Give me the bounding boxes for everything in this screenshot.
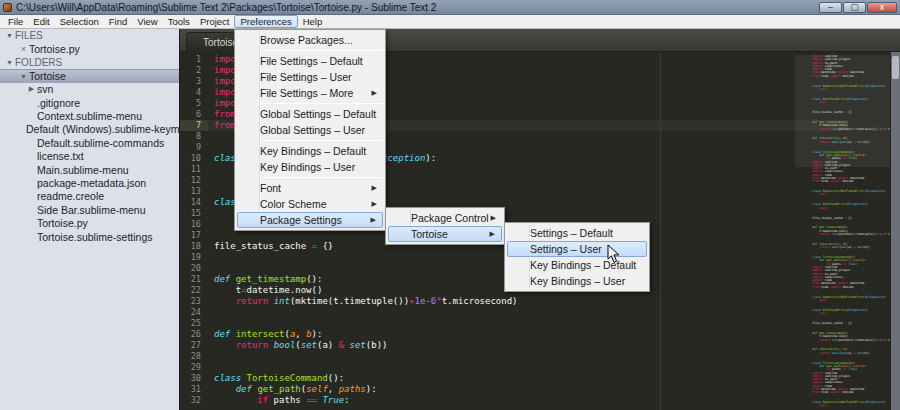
expand-arrow-icon[interactable]: ▶ bbox=[26, 85, 37, 93]
sidebar-file-tree[interactable]: ▼FILES×Tortoise.py▼FOLDERS▼Tortoise▶svn.… bbox=[0, 29, 180, 410]
menu-item-label: Key Bindings – User bbox=[530, 275, 625, 287]
collapse-arrow-icon[interactable]: ▼ bbox=[18, 73, 29, 80]
menu-item-label: Package Control bbox=[411, 212, 489, 224]
menu-item-help[interactable]: Help bbox=[298, 15, 328, 28]
code-line-24 bbox=[214, 307, 808, 318]
line-number: 4 bbox=[180, 87, 208, 98]
wrap-guide-ruler bbox=[660, 52, 661, 410]
line-number: 18 bbox=[180, 241, 208, 252]
tree-item-tortoise-sublime-settings[interactable]: Tortoise.sublime-settings bbox=[0, 230, 179, 243]
menu-item-file[interactable]: File bbox=[3, 15, 28, 28]
menu-item-color-scheme[interactable]: Color Scheme▶ bbox=[237, 196, 383, 212]
submenu-arrow-icon: ▶ bbox=[490, 230, 495, 238]
tree-item-main-sublime-menu[interactable]: Main.sublime-menu bbox=[0, 163, 179, 176]
code-line-28 bbox=[214, 351, 808, 362]
line-number: 24 bbox=[180, 307, 208, 318]
line-number: 32 bbox=[180, 395, 208, 406]
menu-item-file-settings-user[interactable]: File Settings – User bbox=[237, 69, 383, 85]
line-number: 13 bbox=[180, 186, 208, 197]
menu-item-settings-user[interactable]: Settings – User bbox=[507, 241, 647, 257]
menu-item-label: File Settings – User bbox=[260, 71, 352, 83]
menu-item-global-settings-default[interactable]: Global Settings – Default bbox=[237, 106, 383, 122]
menu-item-package-settings[interactable]: Package Settings▶ bbox=[237, 212, 383, 228]
menu-item-selection[interactable]: Selection bbox=[55, 15, 104, 28]
line-number: 2 bbox=[180, 65, 208, 76]
collapse-arrow-icon[interactable]: ▼ bbox=[4, 59, 15, 66]
line-number: 6 bbox=[180, 109, 208, 120]
tree-item-gitignore[interactable]: .gitignore bbox=[0, 96, 179, 109]
mouse-cursor bbox=[607, 244, 621, 264]
tree-item-side-bar-sublime-menu[interactable]: Side Bar.sublime-menu bbox=[0, 203, 179, 216]
window-title: C:\Users\Will\AppData\Roaming\Sublime Te… bbox=[16, 2, 436, 13]
close-button[interactable]: x bbox=[867, 2, 897, 13]
menu-item-file-settings-more[interactable]: File Settings – More▶ bbox=[237, 85, 383, 101]
minimize-button[interactable]: – bbox=[819, 2, 842, 13]
line-number: 31 bbox=[180, 384, 208, 395]
menu-item-key-bindings-user[interactable]: Key Bindings – User bbox=[237, 159, 383, 175]
line-number: 29 bbox=[180, 362, 208, 373]
menu-item-label: Font bbox=[260, 182, 281, 194]
menu-bar: FileEditSelectionFindViewToolsProjectPre… bbox=[0, 15, 900, 29]
tree-item-label: Default.sublime-commands bbox=[37, 137, 164, 149]
menu-item-label: File Settings – More bbox=[260, 87, 353, 99]
menu-item-settings-default[interactable]: Settings – Default bbox=[507, 225, 647, 241]
scrollbar[interactable] bbox=[890, 52, 900, 410]
tree-item-tortoise-py[interactable]: ×Tortoise.py bbox=[0, 42, 179, 55]
menu-item-key-bindings-user[interactable]: Key Bindings – User bbox=[507, 273, 647, 289]
menu-item-find[interactable]: Find bbox=[104, 15, 132, 28]
tree-item-readme-creole[interactable]: readme.creole bbox=[0, 190, 179, 203]
tree-item-label: FOLDERS bbox=[15, 57, 62, 68]
line-number: 16 bbox=[180, 219, 208, 230]
menu-separator bbox=[262, 50, 383, 51]
menu-item-label: File Settings – Default bbox=[260, 55, 363, 67]
preferences-dropdown-menu: Browse Packages...File Settings – Defaul… bbox=[234, 29, 386, 231]
menu-item-browse-packages[interactable]: Browse Packages... bbox=[237, 32, 383, 48]
title-bar[interactable]: C:\Users\Will\AppData\Roaming\Sublime Te… bbox=[0, 0, 900, 15]
tortoise-submenu: Settings – DefaultSettings – UserKey Bin… bbox=[504, 222, 650, 292]
close-icon[interactable]: × bbox=[18, 44, 29, 54]
menu-item-key-bindings-default[interactable]: Key Bindings – Default bbox=[237, 143, 383, 159]
line-number: 27 bbox=[180, 340, 208, 351]
collapse-arrow-icon[interactable]: ▼ bbox=[4, 32, 15, 39]
menu-item-view[interactable]: View bbox=[132, 15, 162, 28]
code-line-30: class TortoiseCommand(): bbox=[214, 373, 808, 384]
menu-item-project[interactable]: Project bbox=[195, 15, 235, 28]
code-line-27: return bool(set(a) & set(b)) bbox=[214, 340, 808, 351]
tree-item-package-metadata-json[interactable]: package-metadata.json bbox=[0, 176, 179, 189]
menu-item-tortoise[interactable]: Tortoise▶ bbox=[388, 226, 502, 242]
submenu-arrow-icon: ▶ bbox=[372, 184, 377, 192]
menu-item-preferences[interactable]: Preferences bbox=[234, 15, 297, 28]
tree-section-folders[interactable]: ▼FOLDERS bbox=[0, 56, 179, 69]
line-number: 7 bbox=[180, 120, 208, 131]
line-number: 8 bbox=[180, 131, 208, 142]
menu-item-tools[interactable]: Tools bbox=[163, 15, 195, 28]
menu-item-key-bindings-default[interactable]: Key Bindings – Default bbox=[507, 257, 647, 273]
line-number: 19 bbox=[180, 252, 208, 263]
line-number: 12 bbox=[180, 175, 208, 186]
tree-item-default-windows-sublime-keymap[interactable]: Default (Windows).sublime-keymap bbox=[0, 123, 179, 136]
tree-item-label: Tortoise.py bbox=[29, 43, 80, 55]
menu-item-file-settings-default[interactable]: File Settings – Default bbox=[237, 53, 383, 69]
tree-section-files[interactable]: ▼FILES bbox=[0, 29, 179, 42]
tree-item-tortoise[interactable]: ▼Tortoise bbox=[0, 69, 179, 82]
tree-item-tortoise-py[interactable]: Tortoise.py bbox=[0, 216, 179, 229]
tree-item-default-sublime-commands[interactable]: Default.sublime-commands bbox=[0, 136, 179, 149]
minimap[interactable]: import sublimeimport sublime_pluginimpor… bbox=[798, 54, 890, 410]
menu-item-package-control[interactable]: Package Control▶ bbox=[388, 210, 502, 226]
maximize-button[interactable]: ▢ bbox=[843, 2, 866, 13]
line-number: 26 bbox=[180, 329, 208, 340]
line-number: 11 bbox=[180, 164, 208, 175]
menu-item-edit[interactable]: Edit bbox=[28, 15, 54, 28]
line-number: 25 bbox=[180, 318, 208, 329]
tree-item-svn[interactable]: ▶svn bbox=[0, 83, 179, 96]
tree-item-context-sublime-menu[interactable]: Context.sublime-menu bbox=[0, 109, 179, 122]
scrollbar-thumb[interactable] bbox=[892, 56, 899, 79]
menu-item-label: Key Bindings – User bbox=[260, 161, 355, 173]
line-number: 1 bbox=[180, 54, 208, 65]
application-window: C:\Users\Will\AppData\Roaming\Sublime Te… bbox=[0, 0, 900, 410]
menu-item-global-settings-user[interactable]: Global Settings – User bbox=[237, 122, 383, 138]
line-number: 30 bbox=[180, 373, 208, 384]
tree-item-label: .gitignore bbox=[37, 97, 80, 109]
tree-item-license-txt[interactable]: license.txt bbox=[0, 150, 179, 163]
menu-item-font[interactable]: Font▶ bbox=[237, 180, 383, 196]
